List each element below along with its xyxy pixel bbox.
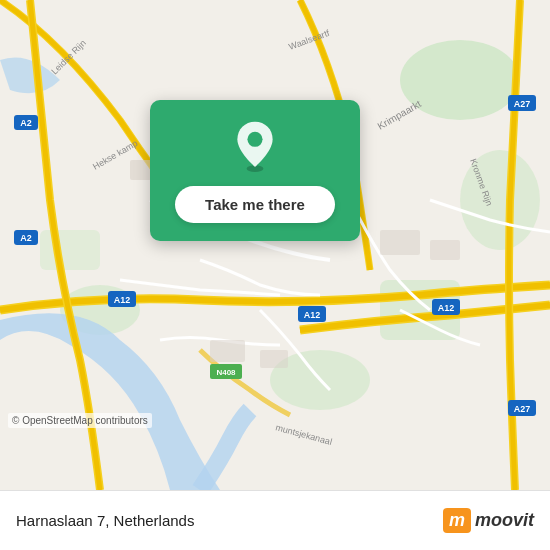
copyright-notice: © OpenStreetMap contributors (8, 413, 152, 428)
svg-text:A27: A27 (514, 404, 531, 414)
svg-text:N408: N408 (216, 368, 236, 377)
moovit-logo: m moovit (443, 508, 534, 533)
svg-rect-9 (210, 340, 245, 362)
svg-text:A12: A12 (438, 303, 455, 313)
svg-text:A12: A12 (114, 295, 131, 305)
svg-text:A2: A2 (20, 233, 32, 243)
take-me-there-button[interactable]: Take me there (175, 186, 335, 223)
location-pin-icon (229, 120, 281, 172)
map-container: A12 A12 A12 A2 A2 A27 A27 N408 Krimpaark… (0, 0, 550, 490)
popup-card: Take me there (150, 100, 360, 241)
svg-rect-6 (40, 230, 100, 270)
svg-rect-12 (430, 240, 460, 260)
moovit-wordmark: moovit (475, 510, 534, 531)
svg-text:A2: A2 (20, 118, 32, 128)
svg-rect-11 (380, 230, 420, 255)
svg-rect-10 (260, 350, 288, 368)
bottom-bar: Harnaslaan 7, Netherlands m moovit (0, 490, 550, 550)
svg-text:A27: A27 (514, 99, 531, 109)
address-label: Harnaslaan 7, Netherlands (16, 512, 194, 529)
svg-text:A12: A12 (304, 310, 321, 320)
moovit-m-letter: m (443, 508, 471, 533)
svg-point-36 (247, 132, 262, 147)
